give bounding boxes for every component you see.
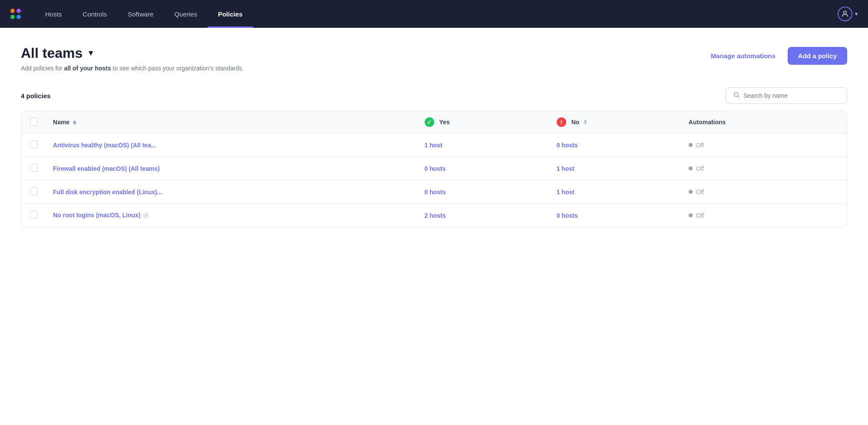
automation-status: Off <box>689 165 840 172</box>
header-automations: Automations <box>682 111 847 133</box>
policy-name-link[interactable]: Firewall enabled (macOS) (All teams) <box>53 165 160 172</box>
table-header: Name ✓ Yes ! <box>21 111 847 133</box>
row-name-cell: No root logins (macOS, Linux)☉ <box>46 204 417 227</box>
search-icon <box>733 91 740 100</box>
no-count[interactable]: 1 host <box>557 189 574 196</box>
off-dot <box>689 166 693 170</box>
name-sort-icon <box>73 121 76 125</box>
header-name-label: Name <box>53 119 69 126</box>
row-no-cell: 1 host <box>550 157 682 180</box>
header-no[interactable]: ! No <box>550 111 682 133</box>
row-checkbox-3[interactable] <box>30 211 38 219</box>
row-yes-cell: 0 hosts <box>418 180 550 204</box>
navbar: Hosts Controls Software Queries Policies… <box>0 0 868 28</box>
user-menu-chevron: ▾ <box>855 11 858 17</box>
page-title-row: All teams ▼ <box>21 45 244 61</box>
table-body: Antivirus healthy (macOS) (All tea...1 h… <box>21 133 847 227</box>
add-policy-button[interactable]: Add a policy <box>788 47 847 65</box>
row-automation-cell: Off <box>682 157 847 180</box>
automation-status: Off <box>689 189 840 196</box>
policies-table: Name ✓ Yes ! <box>21 111 847 227</box>
row-no-cell: 0 hosts <box>550 133 682 157</box>
nav-links: Hosts Controls Software Queries Policies <box>35 0 436 28</box>
row-no-cell: 0 hosts <box>550 204 682 227</box>
page-actions: Manage automations Add a policy <box>706 47 847 65</box>
select-all-checkbox[interactable] <box>30 118 38 126</box>
table-row: Antivirus healthy (macOS) (All tea...1 h… <box>21 133 847 157</box>
header-select-all[interactable] <box>21 111 46 133</box>
row-automation-cell: Off <box>682 204 847 227</box>
no-count[interactable]: 0 hosts <box>557 142 578 149</box>
row-name-cell: Full disk encryption enabled (Linux)... <box>46 180 417 204</box>
policy-name-link[interactable]: Antivirus healthy (macOS) (All tea... <box>53 142 156 149</box>
svg-point-0 <box>844 11 847 14</box>
no-count[interactable]: 1 host <box>557 165 574 172</box>
nav-hosts[interactable]: Hosts <box>35 0 72 28</box>
row-checkbox-cell[interactable] <box>21 204 46 227</box>
row-automation-cell: Off <box>682 180 847 204</box>
main-content: All teams ▼ Add policies for all of your… <box>0 28 868 425</box>
shield-icon: ☉ <box>143 212 149 219</box>
user-avatar-icon <box>838 7 852 21</box>
search-input[interactable] <box>743 92 840 99</box>
yes-count[interactable]: 0 hosts <box>425 165 446 172</box>
no-sort-up <box>584 120 587 122</box>
logo-dot-green <box>10 15 15 19</box>
policies-table-container: Name ✓ Yes ! <box>21 111 847 227</box>
logo[interactable] <box>10 9 21 19</box>
off-dot <box>689 143 693 147</box>
logo-dot-purple <box>17 9 21 13</box>
yes-count[interactable]: 0 hosts <box>425 189 446 196</box>
search-box[interactable] <box>726 87 847 104</box>
nav-software[interactable]: Software <box>117 0 164 28</box>
table-toolbar: 4 policies <box>21 87 847 104</box>
nav-queries[interactable]: Queries <box>164 0 208 28</box>
manage-automations-button[interactable]: Manage automations <box>706 49 781 63</box>
subtitle-suffix: to see which pass your organization's st… <box>111 65 244 72</box>
row-yes-cell: 1 host <box>418 133 550 157</box>
yes-count[interactable]: 2 hosts <box>425 212 446 219</box>
row-checkbox-0[interactable] <box>30 140 38 148</box>
row-yes-cell: 2 hosts <box>418 204 550 227</box>
nav-controls[interactable]: Controls <box>72 0 117 28</box>
subtitle-bold: all of your hosts <box>64 65 111 72</box>
logo-dots <box>10 9 21 19</box>
automation-status: Off <box>689 142 840 149</box>
sort-down-arrow <box>73 123 76 125</box>
table-row: Full disk encryption enabled (Linux)...0… <box>21 180 847 204</box>
no-sort-icon <box>584 120 587 124</box>
row-checkbox-1[interactable] <box>30 164 38 172</box>
page-title: All teams <box>21 45 83 61</box>
svg-point-1 <box>734 93 738 96</box>
page-subtitle: Add policies for all of your hosts to se… <box>21 65 244 72</box>
row-name-cell: Firewall enabled (macOS) (All teams) <box>46 157 417 180</box>
header-automations-label: Automations <box>689 119 726 126</box>
table-row: No root logins (macOS, Linux)☉2 hosts0 h… <box>21 204 847 227</box>
no-count[interactable]: 0 hosts <box>557 212 578 219</box>
teams-dropdown-chevron[interactable]: ▼ <box>87 49 95 58</box>
logo-dot-blue <box>17 15 21 19</box>
page-title-area: All teams ▼ Add policies for all of your… <box>21 45 244 72</box>
policy-name-link[interactable]: No root logins (macOS, Linux) <box>53 212 140 219</box>
policy-name-link[interactable]: Full disk encryption enabled (Linux)... <box>53 189 162 196</box>
row-no-cell: 1 host <box>550 180 682 204</box>
table-row: Firewall enabled (macOS) (All teams)0 ho… <box>21 157 847 180</box>
yes-count[interactable]: 1 host <box>425 142 442 149</box>
header-yes[interactable]: ✓ Yes <box>418 111 550 133</box>
off-dot <box>689 213 693 217</box>
row-name-cell: Antivirus healthy (macOS) (All tea... <box>46 133 417 157</box>
row-checkbox-2[interactable] <box>30 187 38 195</box>
row-checkbox-cell[interactable] <box>21 180 46 204</box>
page-header: All teams ▼ Add policies for all of your… <box>21 45 847 72</box>
sort-up-arrow <box>73 121 76 123</box>
policies-count: 4 policies <box>21 92 50 100</box>
row-checkbox-cell[interactable] <box>21 157 46 180</box>
off-dot <box>689 190 693 194</box>
nav-policies[interactable]: Policies <box>208 0 253 28</box>
no-icon: ! <box>557 117 566 127</box>
automation-status: Off <box>689 212 840 219</box>
row-checkbox-cell[interactable] <box>21 133 46 157</box>
user-menu[interactable]: ▾ <box>838 7 858 21</box>
header-name[interactable]: Name <box>46 111 417 133</box>
svg-line-2 <box>738 96 739 98</box>
